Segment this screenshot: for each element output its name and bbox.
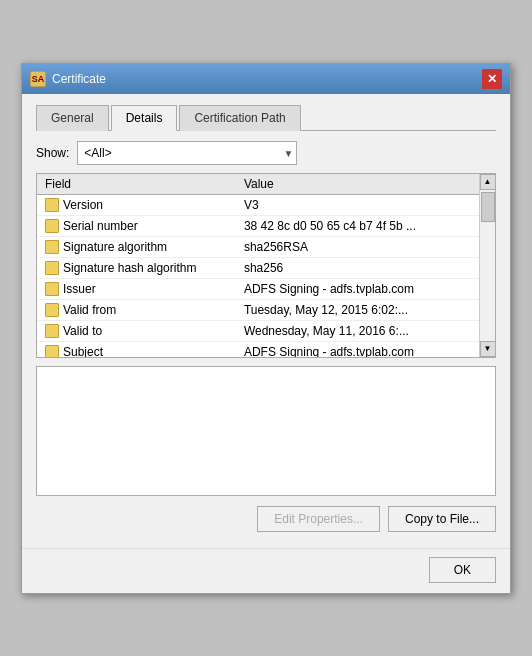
value-cell: 38 42 8c d0 50 65 c4 b7 4f 5b ... xyxy=(236,215,479,236)
field-cell: Serial number xyxy=(37,215,236,236)
value-cell: V3 xyxy=(236,194,479,215)
show-label: Show: xyxy=(36,146,69,160)
value-cell: ADFS Signing - adfs.tvplab.com xyxy=(236,341,479,357)
edit-properties-button[interactable]: Edit Properties... xyxy=(257,506,380,532)
field-cell: Issuer xyxy=(37,278,236,299)
window-icon-text: SA xyxy=(32,74,45,84)
table-row[interactable]: Signature hash algorithmsha256 xyxy=(37,257,479,278)
value-cell: ADFS Signing - adfs.tvplab.com xyxy=(236,278,479,299)
field-icon xyxy=(45,219,59,233)
value-cell: Wednesday, May 11, 2016 6:... xyxy=(236,320,479,341)
field-cell: Valid to xyxy=(37,320,236,341)
field-name: Valid from xyxy=(63,303,116,317)
tab-details[interactable]: Details xyxy=(111,105,178,131)
copy-to-file-button[interactable]: Copy to File... xyxy=(388,506,496,532)
field-icon xyxy=(45,324,59,338)
show-select[interactable]: <All> xyxy=(77,141,297,165)
tab-bar: General Details Certification Path xyxy=(36,104,496,131)
title-bar-left: SA Certificate xyxy=(30,71,106,87)
value-cell: Tuesday, May 12, 2015 6:02:... xyxy=(236,299,479,320)
field-name: Signature hash algorithm xyxy=(63,261,196,275)
ok-row: OK xyxy=(22,548,510,593)
title-bar: SA Certificate ✕ xyxy=(22,64,510,94)
show-select-wrapper[interactable]: <All> ▼ xyxy=(77,141,297,165)
scrollbar-track[interactable]: ▲ ▼ xyxy=(479,174,495,357)
field-icon xyxy=(45,240,59,254)
table-row[interactable]: Serial number38 42 8c d0 50 65 c4 b7 4f … xyxy=(37,215,479,236)
field-cell: Signature algorithm xyxy=(37,236,236,257)
value-cell: sha256RSA xyxy=(236,236,479,257)
table-row[interactable]: VersionV3 xyxy=(37,194,479,215)
show-row: Show: <All> ▼ xyxy=(36,141,496,165)
table-row[interactable]: SubjectADFS Signing - adfs.tvplab.com xyxy=(37,341,479,357)
scroll-down-button[interactable]: ▼ xyxy=(480,341,496,357)
table-row[interactable]: Valid toWednesday, May 11, 2016 6:... xyxy=(37,320,479,341)
ok-button[interactable]: OK xyxy=(429,557,496,583)
field-icon xyxy=(45,261,59,275)
field-name: Issuer xyxy=(63,282,96,296)
field-name: Signature algorithm xyxy=(63,240,167,254)
field-cell: Valid from xyxy=(37,299,236,320)
col-header-value: Value xyxy=(236,174,479,195)
field-cell: Version xyxy=(37,194,236,215)
field-table: Field Value VersionV3Serial number38 42 … xyxy=(37,174,479,357)
value-cell: sha256 xyxy=(236,257,479,278)
scroll-thumb[interactable] xyxy=(481,192,495,222)
field-icon xyxy=(45,282,59,296)
field-icon xyxy=(45,198,59,212)
scroll-up-button[interactable]: ▲ xyxy=(480,174,496,190)
col-header-field: Field xyxy=(37,174,236,195)
action-buttons: Edit Properties... Copy to File... xyxy=(36,506,496,532)
field-icon xyxy=(45,303,59,317)
tab-general[interactable]: General xyxy=(36,105,109,131)
certificate-window: SA Certificate ✕ General Details Certifi… xyxy=(21,63,511,594)
field-cell: Subject xyxy=(37,341,236,357)
window-title: Certificate xyxy=(52,72,106,86)
field-cell: Signature hash algorithm xyxy=(37,257,236,278)
field-name: Serial number xyxy=(63,219,138,233)
window-body: General Details Certification Path Show:… xyxy=(22,94,510,542)
field-name: Version xyxy=(63,198,103,212)
detail-box xyxy=(36,366,496,496)
table-row[interactable]: Signature algorithmsha256RSA xyxy=(37,236,479,257)
window-icon: SA xyxy=(30,71,46,87)
table-row[interactable]: IssuerADFS Signing - adfs.tvplab.com xyxy=(37,278,479,299)
field-name: Valid to xyxy=(63,324,102,338)
field-name: Subject xyxy=(63,345,103,357)
field-icon xyxy=(45,345,59,357)
field-table-container: Field Value VersionV3Serial number38 42 … xyxy=(36,173,496,358)
table-row[interactable]: Valid fromTuesday, May 12, 2015 6:02:... xyxy=(37,299,479,320)
tab-certification-path[interactable]: Certification Path xyxy=(179,105,300,131)
table-scroll[interactable]: Field Value VersionV3Serial number38 42 … xyxy=(37,174,479,357)
close-button[interactable]: ✕ xyxy=(482,69,502,89)
